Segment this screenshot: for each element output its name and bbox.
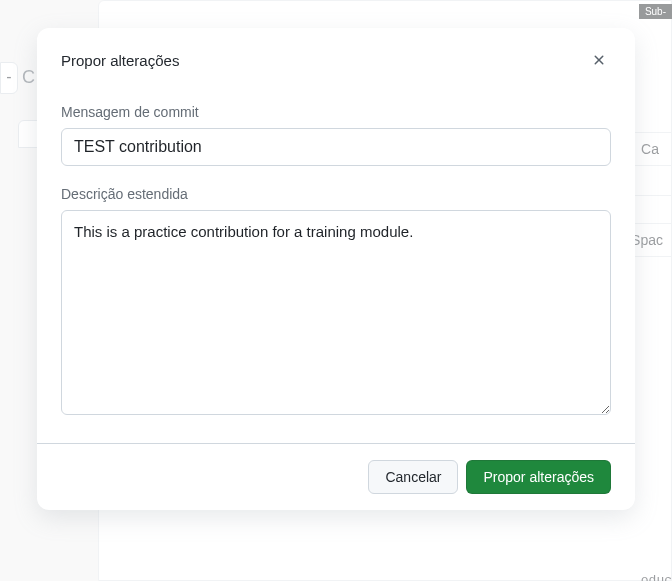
- commit-message-label: Mensagem de commit: [61, 104, 611, 120]
- modal-overlay: Propor alterações Mensagem de commit Des…: [0, 0, 672, 581]
- dialog-header: Propor alterações: [37, 28, 635, 104]
- commit-message-group: Mensagem de commit: [61, 104, 611, 166]
- extended-description-group: Descrição estendida: [61, 186, 611, 419]
- dialog-title: Propor alterações: [61, 52, 179, 69]
- dialog-footer: Cancelar Propor alterações: [37, 443, 635, 510]
- propose-changes-button[interactable]: Propor alterações: [466, 460, 611, 494]
- commit-message-input[interactable]: [61, 128, 611, 166]
- close-icon: [591, 52, 607, 68]
- cancel-button[interactable]: Cancelar: [368, 460, 458, 494]
- extended-description-textarea[interactable]: [61, 210, 611, 415]
- extended-description-label: Descrição estendida: [61, 186, 611, 202]
- propose-changes-dialog: Propor alterações Mensagem de commit Des…: [37, 28, 635, 510]
- close-button[interactable]: [587, 48, 611, 72]
- dialog-body: Mensagem de commit Descrição estendida: [37, 104, 635, 443]
